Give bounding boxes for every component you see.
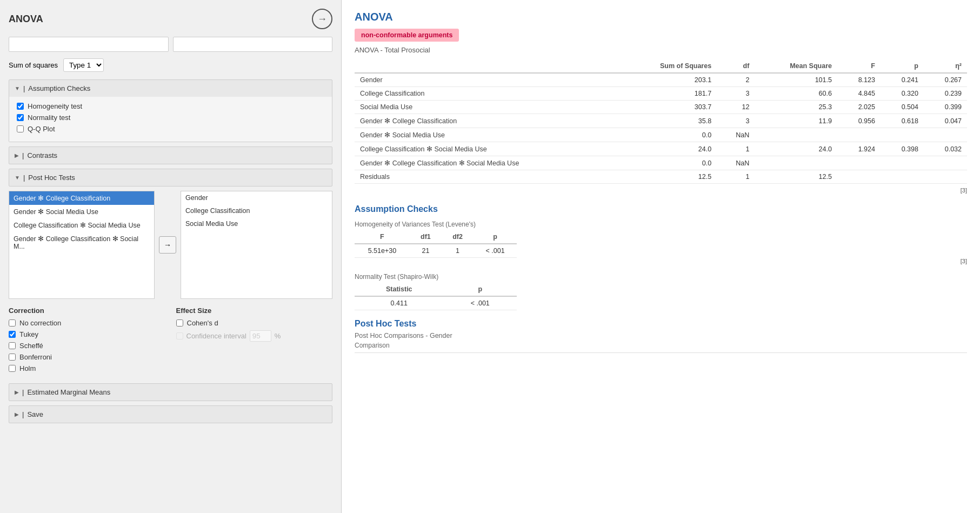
sum-squares-label: Sum of squares	[9, 61, 58, 69]
variable-transfer: Gender ✻ College Classification Gender ✻…	[9, 191, 332, 299]
row-eta: 0.047	[924, 114, 967, 128]
col-header-p: p	[881, 59, 924, 73]
levene-p-value: < .001	[474, 244, 517, 258]
anova-table-row: College Classification ✻ Social Media Us…	[355, 142, 967, 156]
row-ms: 11.9	[755, 114, 837, 128]
row-df: 2	[717, 73, 755, 87]
col-header-df: df	[717, 59, 755, 73]
row-eta	[924, 156, 967, 170]
emm-label: Estimated Marginal Means	[27, 388, 110, 396]
assumption-checks-label: Assumption Checks	[28, 84, 90, 92]
target-var-item-3[interactable]: Social Media Use	[181, 217, 332, 230]
dependent-var-input[interactable]	[9, 37, 169, 52]
source-variable-list[interactable]: Gender ✻ College Classification Gender ✻…	[9, 191, 155, 299]
assumption-checks-divider: |	[23, 84, 25, 92]
row-df: 3	[717, 114, 755, 128]
row-f: 2.025	[837, 101, 881, 114]
target-variable-list[interactable]: Gender College Classification Social Med…	[181, 191, 332, 299]
post-hoc-comparison-label: Comparison	[355, 342, 967, 349]
homogeneity-checkbox[interactable]	[17, 103, 24, 110]
estimated-marginal-means-header[interactable]: ▶ | Estimated Marginal Means	[9, 384, 332, 401]
homogeneity-row: Homogeneity test	[17, 102, 324, 110]
cohens-d-checkbox[interactable]	[176, 319, 183, 327]
assumption-checks-heading: Assumption Checks	[355, 204, 967, 214]
row-eta: 0.032	[924, 142, 967, 156]
post-hoc-tests-section: Post Hoc Tests Post Hoc Comparisons - Ge…	[355, 319, 967, 353]
normality-checkbox[interactable]	[17, 114, 24, 121]
source-var-item-4[interactable]: Gender ✻ College Classification ✻ Social…	[9, 232, 154, 253]
target-var-item-2[interactable]: College Classification	[181, 204, 332, 217]
target-var-item-1[interactable]: Gender	[181, 191, 332, 204]
normality-row: 0.411 < .001	[355, 296, 517, 310]
assumption-checks-chevron: ▼	[15, 85, 20, 91]
col-header-ms: Mean Square	[755, 59, 837, 73]
assumption-checks-header[interactable]: ▼ | Assumption Checks	[9, 80, 332, 97]
normality-label: Normality test	[28, 114, 70, 122]
confidence-unit: %	[275, 332, 281, 340]
post-hoc-section: ▼ | Post Hoc Tests	[9, 169, 332, 186]
results-title: ANOVA	[355, 11, 967, 23]
emm-chevron: ▶	[15, 389, 19, 395]
levene-f-value: 5.51e+30	[355, 244, 410, 258]
correction-effectsize-section: Correction No correction Tukey Scheffé B…	[9, 307, 332, 376]
no-correction-row: No correction	[9, 319, 165, 327]
post-hoc-divider: |	[23, 174, 25, 182]
sum-squares-select[interactable]: Type 1 Type 2 Type 3	[63, 58, 104, 72]
col-header-ss: Sum of Squares	[619, 59, 717, 73]
row-df: NaN	[717, 156, 755, 170]
normality-table: Statistic p 0.411 < .001	[355, 283, 517, 310]
row-df: 12	[717, 101, 755, 114]
post-hoc-tests-heading: Post Hoc Tests	[355, 319, 967, 329]
source-var-item-1[interactable]: Gender ✻ College Classification	[9, 191, 154, 205]
anova-footnote: [3]	[355, 187, 967, 194]
row-p	[881, 170, 924, 184]
left-panel: ANOVA → Sum of squares Type 1 Type 2 Typ…	[0, 0, 342, 513]
row-df: 3	[717, 87, 755, 101]
anova-table-row: Gender ✻ College Classification ✻ Social…	[355, 156, 967, 170]
scheffe-label: Scheffé	[19, 342, 43, 350]
source-var-item-2[interactable]: Gender ✻ Social Media Use	[9, 205, 154, 218]
no-correction-checkbox[interactable]	[9, 319, 16, 327]
nav-arrow-button[interactable]: →	[312, 9, 332, 29]
contrasts-chevron: ▶	[15, 152, 19, 158]
normality-stat-value: 0.411	[355, 296, 444, 310]
assumption-checks-content: Homogeneity test Normality test Q-Q Plot	[9, 97, 332, 142]
post-hoc-header[interactable]: ▼ | Post Hoc Tests	[9, 169, 332, 186]
row-df: NaN	[717, 128, 755, 142]
holm-checkbox[interactable]	[9, 365, 16, 372]
col-header-factor	[355, 59, 619, 73]
levene-title: Homogeneity of Variances Test (Levene's)	[355, 221, 967, 228]
contrasts-label: Contrasts	[27, 151, 57, 159]
transfer-button[interactable]: →	[159, 236, 176, 254]
qqplot-checkbox[interactable]	[17, 125, 24, 132]
row-factor: College Classification ✻ Social Media Us…	[355, 142, 619, 156]
bonferroni-label: Bonferroni	[19, 353, 52, 361]
anova-table: Sum of Squares df Mean Square F p η² Gen…	[355, 59, 967, 184]
row-ms: 24.0	[755, 142, 837, 156]
col-header-f: F	[837, 59, 881, 73]
save-header[interactable]: ▶ | Save	[9, 406, 332, 423]
fixed-factors-input[interactable]	[173, 37, 333, 52]
qqplot-label: Q-Q Plot	[28, 125, 55, 133]
tukey-checkbox[interactable]	[9, 331, 16, 338]
scheffe-checkbox[interactable]	[9, 342, 16, 349]
row-ms: 101.5	[755, 73, 837, 87]
row-ss: 303.7	[619, 101, 717, 114]
row-ss: 24.0	[619, 142, 717, 156]
row-eta: 0.267	[924, 73, 967, 87]
effect-size-title: Effect Size	[176, 307, 333, 315]
contrasts-header[interactable]: ▶ | Contrasts	[9, 147, 332, 164]
post-hoc-sub-title: Post Hoc Comparisons - Gender	[355, 332, 967, 339]
row-ss: 0.0	[619, 156, 717, 170]
source-var-item-3[interactable]: College Classification ✻ Social Media Us…	[9, 218, 154, 232]
contrasts-divider: |	[22, 151, 24, 159]
tukey-label: Tukey	[19, 330, 38, 338]
tukey-row: Tukey	[9, 330, 165, 338]
bonferroni-checkbox[interactable]	[9, 354, 16, 361]
contrasts-section: ▶ | Contrasts	[9, 146, 332, 164]
normality-row: Normality test	[17, 114, 324, 122]
cohens-d-label: Cohen's d	[187, 319, 218, 327]
transfer-arrow-icon: →	[164, 241, 171, 249]
save-chevron: ▶	[15, 411, 19, 417]
homogeneity-label: Homogeneity test	[28, 102, 82, 110]
